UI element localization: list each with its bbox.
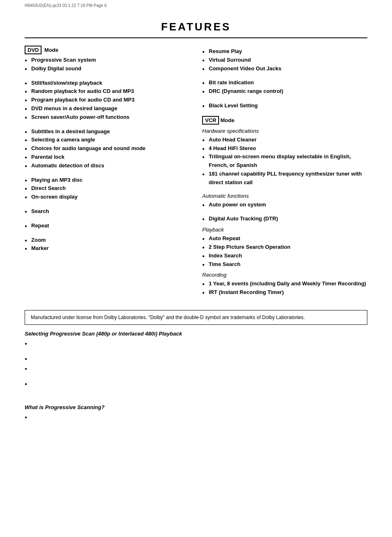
what-is-heading: What is Progressive Scanning? xyxy=(25,404,367,410)
playback-list: Auto Repeat 2 Step Picture Search Operat… xyxy=(202,234,367,268)
dvd-section2-list: Still/fast/slow/step playback Random pla… xyxy=(25,79,190,122)
header-meta: H9450UD(EN).qx33 03.1.22 7:19 PM Page 6 xyxy=(25,3,107,8)
progressive-list2 xyxy=(25,354,367,373)
vcr-mode-label: Mode xyxy=(220,117,234,123)
dvd-section2: Still/fast/slow/step playback Random pla… xyxy=(25,79,190,122)
page-title: FEATURES xyxy=(25,21,367,33)
list-item: Screen saver/Auto power-off functions xyxy=(25,113,190,122)
list-item xyxy=(25,363,367,373)
list-item: 181 channel capability PLL frequency syn… xyxy=(202,170,367,187)
dvd-section3: Subtitles in a desired language Selectin… xyxy=(25,127,190,170)
right-column: Resume Play Virtual Surround Component V… xyxy=(202,46,367,303)
list-item: Auto power on system xyxy=(202,201,367,209)
list-item: Digital Auto Tracking (DTR) xyxy=(202,215,367,223)
what-is-section: What is Progressive Scanning? xyxy=(25,404,367,421)
list-item: Trilingual on-screen menu display select… xyxy=(202,153,367,170)
dvd-section5-list: Search xyxy=(25,207,190,216)
list-item: Parental lock xyxy=(25,153,190,162)
recording-list: 1 Year, 8 events (including Daily and We… xyxy=(202,280,367,297)
notice-text: Manufactured under license from Dolby La… xyxy=(31,315,305,320)
list-item: Time Search xyxy=(202,260,367,269)
list-item: Virtual Surround xyxy=(202,56,367,65)
list-item: Dolby Digital sound xyxy=(25,65,190,73)
dvd-mode-label: Mode xyxy=(44,47,58,53)
dvd-section5: Search xyxy=(25,207,190,216)
list-item: DRC (Dynamic range control) xyxy=(202,87,367,96)
recording-label: Recording xyxy=(202,272,367,278)
dvd-section3-list: Subtitles in a desired language Selectin… xyxy=(25,127,190,170)
list-item xyxy=(25,379,367,388)
right-section1: Resume Play Virtual Surround Component V… xyxy=(202,47,367,73)
dvd-section7-list: Zoom Marker xyxy=(25,236,190,253)
list-item: IRT (Instant Recording Timer) xyxy=(202,288,367,297)
playback-label: Playback xyxy=(202,227,367,233)
dvd-section7: Zoom Marker xyxy=(25,236,190,253)
auto-label: Automatic functions xyxy=(202,193,367,199)
right-section2: Bit rate indication DRC (Dynamic range c… xyxy=(202,79,367,96)
list-item: Still/fast/slow/step playback xyxy=(25,79,190,88)
vcr-mode-row: VCR Mode xyxy=(202,116,367,125)
list-item: 1 Year, 8 events (including Daily and We… xyxy=(202,280,367,288)
auto-list: Auto power on system xyxy=(202,201,367,209)
dvd-section4-list: Playing an MP3 disc Direct Search On-scr… xyxy=(25,176,190,201)
dvd-section6-list: Repeat xyxy=(25,222,190,230)
list-item: Bit rate indication xyxy=(202,79,367,87)
list-item: Resume Play xyxy=(202,47,367,56)
title-divider xyxy=(25,37,367,38)
progressive-list xyxy=(25,338,367,348)
list-item: Program playback for audio CD and MP3 xyxy=(25,96,190,104)
list-item: On-screen display xyxy=(25,193,190,201)
dvd-section1-list: Progressive Scan system Dolby Digital so… xyxy=(25,56,190,73)
page: H9450UD(EN).qx33 03.1.22 7:19 PM Page 6 … xyxy=(0,0,392,537)
list-item: Direct Search xyxy=(25,184,190,193)
list-item: Index Search xyxy=(202,252,367,260)
progressive-section: Selecting Progressive Scan (480p or Inte… xyxy=(25,331,367,389)
list-item xyxy=(25,354,367,363)
list-item: Auto Head Cleaner xyxy=(202,136,367,144)
right-section2-list: Bit rate indication DRC (Dynamic range c… xyxy=(202,79,367,96)
what-is-list xyxy=(25,412,367,421)
dvd-mode-section: DVD Mode Progressive Scan system Dolby D… xyxy=(25,46,190,73)
right-section3: Black Level Setting xyxy=(202,102,367,110)
list-item: Zoom xyxy=(25,236,190,245)
main-content: DVD Mode Progressive Scan system Dolby D… xyxy=(25,46,367,303)
auto-section: Automatic functions Auto power on system xyxy=(202,193,367,209)
notice-box: Manufactured under license from Dolby La… xyxy=(25,310,367,325)
hardware-label: Hardware specifications xyxy=(202,128,367,134)
list-item: Search xyxy=(25,207,190,216)
right-section1-list: Resume Play Virtual Surround Component V… xyxy=(202,47,367,73)
list-item: Auto Repeat xyxy=(202,234,367,243)
list-item: 2 Step Picture Search Operation xyxy=(202,243,367,252)
list-item xyxy=(25,412,367,421)
progressive-list3 xyxy=(25,379,367,388)
list-item: Component Video Out Jacks xyxy=(202,65,367,73)
list-item: Black Level Setting xyxy=(202,102,367,110)
list-item: Choices for audio language and sound mod… xyxy=(25,144,190,153)
digital-list: Digital Auto Tracking (DTR) xyxy=(202,215,367,223)
dvd-section6: Repeat xyxy=(25,222,190,230)
list-item: Random playback for audio CD and MP3 xyxy=(25,87,190,96)
list-item: 4 Head HiFi Stereo xyxy=(202,144,367,153)
list-item: Marker xyxy=(25,244,190,253)
hardware-list: Auto Head Cleaner 4 Head HiFi Stereo Tri… xyxy=(202,136,367,187)
hardware-section: Hardware specifications Auto Head Cleane… xyxy=(202,128,367,187)
dvd-badge: DVD xyxy=(25,46,42,54)
left-column: DVD Mode Progressive Scan system Dolby D… xyxy=(25,46,190,303)
digital-section: Digital Auto Tracking (DTR) Playback Aut… xyxy=(202,215,367,297)
list-item: Progressive Scan system xyxy=(25,56,190,65)
dvd-section4: Playing an MP3 disc Direct Search On-scr… xyxy=(25,176,190,201)
list-item xyxy=(25,338,367,348)
right-section3-list: Black Level Setting xyxy=(202,102,367,110)
list-item: Repeat xyxy=(25,222,190,230)
list-item: Automatic detection of discs xyxy=(25,162,190,170)
list-item: DVD menus in a desired language xyxy=(25,104,190,113)
list-item: Subtitles in a desired language xyxy=(25,127,190,136)
list-item: Playing an MP3 disc xyxy=(25,176,190,185)
progressive-heading: Selecting Progressive Scan (480p or Inte… xyxy=(25,331,367,337)
vcr-badge: VCR xyxy=(202,116,219,125)
list-item: Selecting a camera angle xyxy=(25,136,190,144)
